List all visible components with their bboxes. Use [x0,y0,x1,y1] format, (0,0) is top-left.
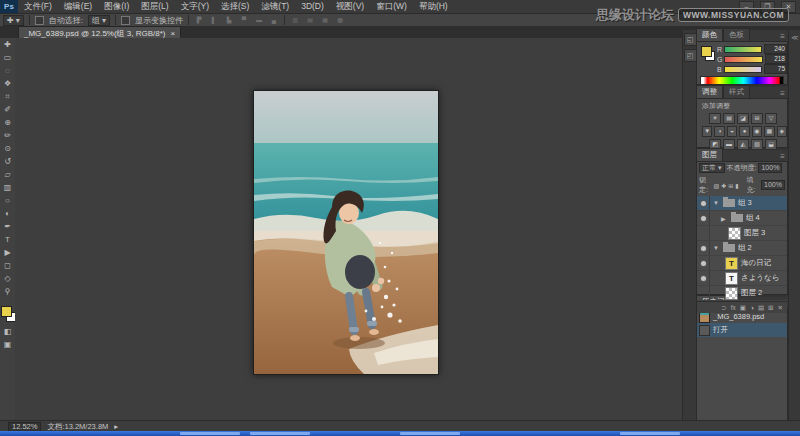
visibility-toggle[interactable] [697,211,710,225]
taskbar-window-button[interactable] [400,432,460,435]
auto-select-checkbox[interactable] [35,16,44,25]
adj-curves-icon[interactable]: ◪ [737,113,749,124]
quick-selection-tool[interactable]: ❖ [0,77,15,90]
new-adjustment-layer-icon[interactable]: ◑ [750,304,754,311]
new-group-icon[interactable]: ▤ [758,304,764,312]
color-spectrum-ramp[interactable] [700,76,784,85]
align-top-button[interactable]: ▛ [194,16,204,25]
photoshop-logo-icon[interactable]: Ps [0,0,18,13]
align-bottom-button[interactable]: ▙ [224,16,234,25]
visibility-toggle[interactable] [697,226,710,240]
marquee-tool[interactable]: ▭ [0,51,15,64]
canvas-area[interactable] [15,38,682,420]
show-transform-checkbox[interactable] [121,16,130,25]
menu-filter[interactable]: 滤镜(T) [255,0,295,13]
expand-arrow-icon[interactable]: ▼ [713,245,720,251]
auto-select-dropdown[interactable]: 组 ▾ [88,15,110,26]
expand-arrow-icon[interactable]: ▶ [721,215,728,222]
blur-tool[interactable]: ○ [0,194,15,207]
path-selection-tool[interactable]: ▶ [0,246,15,259]
adj-invert-icon[interactable]: ◈ [777,126,787,137]
windows-taskbar[interactable] [0,431,800,436]
collapsed-info-panel-icon[interactable]: ◰ [684,49,697,62]
dock-collapse-strip[interactable]: ≪ [788,30,800,425]
status-popup-arrow-icon[interactable]: ▸ [114,422,118,431]
menu-edit[interactable]: 编辑(E) [58,0,98,13]
foreground-color-swatch[interactable] [1,306,12,317]
expand-arrow-icon[interactable]: ▼ [713,200,720,206]
menu-layer[interactable]: 图层(L) [135,0,174,13]
layer-row-layer3[interactable]: 图层 3 [697,226,787,241]
visibility-toggle[interactable] [697,271,710,285]
adj-selective-color-icon[interactable]: ▧ [751,139,763,150]
zoom-level-field[interactable]: 12.52% [8,422,41,432]
tab-color[interactable]: 颜色 [696,28,723,41]
fill-field[interactable]: 100% [761,180,785,190]
document-canvas-photo[interactable] [253,90,439,375]
hand-tool[interactable]: ◇ [0,272,15,285]
align-right-button[interactable]: ▄ [269,16,279,25]
visibility-toggle[interactable] [697,286,710,300]
blue-value-field[interactable]: 75 [764,64,787,74]
tab-close-icon[interactable]: × [171,29,176,38]
tab-styles[interactable]: 样式 [723,85,750,98]
collapse-panels-icon[interactable]: ≪ [789,34,800,42]
adj-exposure-icon[interactable]: ⊞ [751,113,763,124]
clone-stamp-tool[interactable]: ⊙ [0,142,15,155]
menu-select[interactable]: 选择(S) [215,0,255,13]
tool-preset-picker[interactable]: ✚ ▾ [3,15,24,26]
menu-type[interactable]: 文字(Y) [175,0,215,13]
adj-color-lookup-icon[interactable]: ▦ [764,126,774,137]
lock-image-icon[interactable]: ⊞ [728,182,733,189]
layer-row-text-umi[interactable]: T 海の日记 [697,256,787,271]
delete-layer-icon[interactable]: ✕ [778,304,783,312]
zoom-tool[interactable]: ⚲ [0,285,15,298]
adj-hue-saturation-icon[interactable]: ▼ [702,126,712,137]
brush-tool[interactable]: ✏ [0,129,15,142]
visibility-toggle[interactable] [697,256,710,270]
layer-row-text-sayounara[interactable]: T さようなら [697,271,787,286]
visibility-toggle[interactable] [697,196,710,210]
blue-slider[interactable] [724,66,763,73]
layer-row-layer2[interactable]: 图层 2 [697,286,787,301]
lock-position-icon[interactable]: ✚ [721,182,726,189]
red-slider[interactable] [724,46,762,53]
adj-threshold-icon[interactable]: ▬ [723,139,735,150]
visibility-toggle[interactable] [697,241,710,255]
green-value-field[interactable]: 218 [765,54,787,64]
menu-3d[interactable]: 3D(D) [295,0,330,13]
shape-tool[interactable]: ◻ [0,259,15,272]
red-value-field[interactable]: 240 [764,44,787,54]
align-hcenter-button[interactable]: ▬ [254,16,264,25]
distribute-bottom-button[interactable]: ▦ [320,16,330,25]
history-brush-tool[interactable]: ↺ [0,155,15,168]
adj-gradient-map-icon[interactable]: ◭ [737,139,749,150]
gradient-tool[interactable]: ▥ [0,181,15,194]
blend-mode-dropdown[interactable]: 正常 ▾ [699,163,725,173]
healing-brush-tool[interactable]: ⊕ [0,116,15,129]
lock-transparency-icon[interactable]: ▨ [714,182,720,189]
menu-window[interactable]: 窗口(W) [370,0,413,13]
align-vcenter-button[interactable]: ▌ [209,16,219,25]
history-step-open[interactable]: 打开 [697,323,787,337]
adj-vibrance-icon[interactable]: ▽ [765,113,777,124]
opacity-field[interactable]: 100% [758,163,782,173]
add-mask-icon[interactable]: ▣ [740,304,746,312]
taskbar-window-button[interactable] [250,432,310,435]
green-slider[interactable] [724,56,762,63]
layer-row-group3[interactable]: ▼ 组 3 [697,196,787,211]
link-layers-icon[interactable]: ⊃ [721,304,726,312]
pen-tool[interactable]: ✒ [0,220,15,233]
menu-file[interactable]: 文件(F) [18,0,58,13]
tab-swatches[interactable]: 色板 [723,28,750,41]
minimize-button[interactable]: – [739,1,754,13]
adj-photo-filter-icon[interactable]: ● [739,126,749,137]
panel-menu-icon[interactable]: ≡ [780,32,788,41]
tab-adjustments[interactable]: 调整 [696,85,723,98]
distribute-top-button[interactable]: ▥ [290,16,300,25]
menu-help[interactable]: 帮助(H) [413,0,454,13]
lasso-tool[interactable]: ◌ [0,64,15,77]
eyedropper-tool[interactable]: ✐ [0,103,15,116]
distribute-vcenter-button[interactable]: ▤ [305,16,315,25]
quick-mask-button[interactable]: ◧ [0,325,15,338]
